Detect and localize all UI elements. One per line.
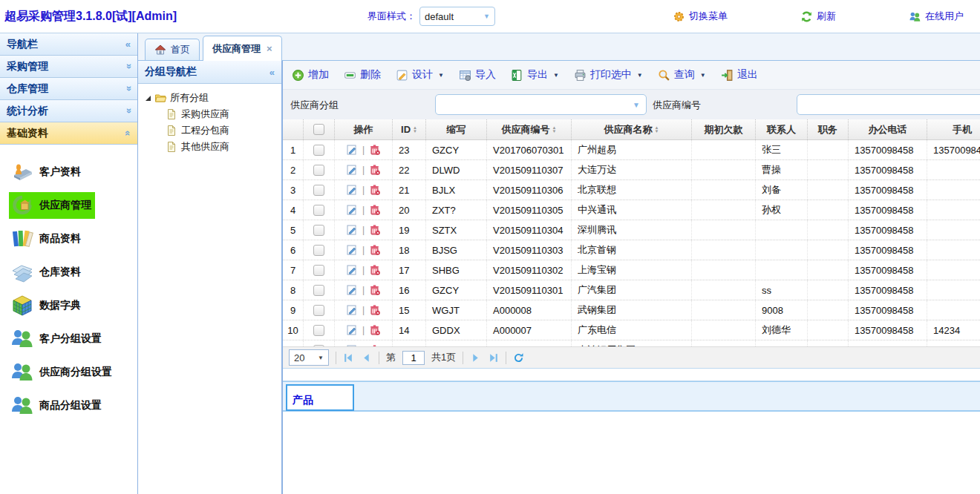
trash-icon[interactable] xyxy=(369,244,381,256)
sidebar-section-仓库管理[interactable]: 仓库管理« xyxy=(0,78,137,100)
tree-expander-icon[interactable] xyxy=(146,96,151,101)
sidebar-item-供应商分组设置[interactable]: 供应商分组设置 xyxy=(0,355,137,389)
trash-icon[interactable] xyxy=(369,144,381,156)
row-checkbox[interactable] xyxy=(313,185,324,196)
row-checkbox[interactable] xyxy=(313,225,324,236)
sort-icon[interactable]: ▲▼ xyxy=(552,126,557,134)
splitter[interactable] xyxy=(283,368,980,381)
sidebar-header[interactable]: 导航栏 « xyxy=(0,33,137,56)
column-header-label: 供应商编号 xyxy=(502,123,550,136)
row-checkbox[interactable] xyxy=(313,245,324,256)
trash-icon[interactable] xyxy=(369,324,381,336)
edit-icon[interactable] xyxy=(346,304,358,316)
chevron-down-icon[interactable]: ▼ xyxy=(700,72,706,79)
edit-icon[interactable] xyxy=(346,144,358,156)
page-size-select[interactable]: 20 ▼ xyxy=(289,349,329,366)
toolbar-button-导出[interactable]: 导出▼ xyxy=(511,68,559,82)
top-link-gear[interactable]: 切换菜单 xyxy=(673,10,728,23)
sidebar-section-采购管理[interactable]: 采购管理« xyxy=(0,56,137,78)
row-checkbox[interactable] xyxy=(313,265,324,276)
toolbar-button-查询[interactable]: 查询▼ xyxy=(658,68,706,82)
cell-operations: | xyxy=(335,280,393,300)
style-select[interactable]: default ▼ xyxy=(419,7,495,26)
toolbar-button-增加[interactable]: 增加 xyxy=(292,68,329,82)
chevron-down-icon[interactable]: ▼ xyxy=(438,72,444,79)
trash-icon[interactable] xyxy=(369,204,381,216)
collapse-left-icon[interactable]: « xyxy=(270,67,275,78)
tab-首页[interactable]: 首页 xyxy=(145,39,200,60)
supplier-group-select[interactable]: ▼ xyxy=(435,94,647,115)
cell-checkbox xyxy=(304,180,335,200)
toolbar-button-打印选中[interactable]: 打印选中▼ xyxy=(574,68,643,82)
sidebar-item-客户资料[interactable]: 客户资料 xyxy=(0,155,137,188)
edit-icon[interactable] xyxy=(346,224,358,236)
chevron-double-down-icon[interactable]: « xyxy=(122,108,134,113)
row-checkbox[interactable] xyxy=(313,145,324,156)
row-checkbox[interactable] xyxy=(313,165,324,176)
top-link-online-users[interactable]: 在线用户 xyxy=(909,10,964,23)
trash-icon[interactable] xyxy=(369,264,381,276)
chevron-double-down-icon[interactable]: « xyxy=(122,86,134,91)
trash-icon[interactable] xyxy=(369,284,381,296)
toolbar-button-退出[interactable]: 退出 xyxy=(721,68,758,82)
edit-icon[interactable] xyxy=(346,164,358,176)
collapse-left-icon[interactable]: « xyxy=(125,39,131,50)
trash-icon[interactable] xyxy=(369,304,381,316)
close-icon[interactable]: × xyxy=(267,43,272,54)
cell-abbr: DLWD xyxy=(426,160,487,180)
group-nav-header[interactable]: 分组导航栏 « xyxy=(138,61,281,84)
reload-icon[interactable] xyxy=(513,352,524,363)
chevron-double-down-icon[interactable]: « xyxy=(122,64,134,69)
toolbar-button-设计[interactable]: 设计▼ xyxy=(396,68,444,82)
group-tree: 所有分组 采购供应商工程分包商其他供应商 xyxy=(138,84,281,155)
row-checkbox[interactable] xyxy=(313,205,324,216)
cell-duty xyxy=(808,260,849,280)
sidebar-item-商品分组设置[interactable]: 商品分组设置 xyxy=(0,389,137,422)
edit-icon[interactable] xyxy=(346,264,358,276)
tab-供应商管理[interactable]: 供应商管理× xyxy=(203,36,282,61)
chevron-down-icon[interactable]: ▼ xyxy=(553,72,559,79)
sort-icon[interactable]: ▲▼ xyxy=(655,126,659,134)
next-page-button[interactable] xyxy=(470,352,481,363)
top-link-refresh[interactable]: 刷新 xyxy=(800,10,836,23)
prev-page-button[interactable] xyxy=(361,352,372,363)
trash-icon[interactable] xyxy=(369,184,381,196)
chevron-down-icon[interactable]: ▼ xyxy=(637,72,643,79)
tree-node-root[interactable]: 所有分组 xyxy=(146,90,281,106)
tab-products[interactable]: 产品 xyxy=(286,384,354,411)
toolbar-button-删除[interactable]: 删除 xyxy=(344,68,381,82)
style-area: 界面样式： default ▼ xyxy=(368,7,495,26)
edit-icon[interactable] xyxy=(346,184,358,196)
chevron-double-up-icon[interactable]: « xyxy=(122,131,134,136)
sidebar-item-商品资料[interactable]: 商品资料 xyxy=(0,222,137,255)
tree-node-采购供应商[interactable]: 采购供应商 xyxy=(146,106,281,122)
edit-icon[interactable] xyxy=(346,244,358,256)
trash-icon[interactable] xyxy=(369,224,381,236)
trash-icon[interactable] xyxy=(369,344,381,346)
cell-abbr: GZCY xyxy=(426,140,487,159)
edit-icon[interactable] xyxy=(346,204,358,216)
row-checkbox[interactable] xyxy=(313,285,324,296)
row-checkbox[interactable] xyxy=(313,345,324,347)
row-checkbox[interactable] xyxy=(313,305,324,316)
sidebar-item-数据字典[interactable]: 数据字典 xyxy=(0,289,137,322)
edit-icon[interactable] xyxy=(346,284,358,296)
page-number-input[interactable] xyxy=(402,351,425,365)
edit-icon[interactable] xyxy=(346,324,358,336)
sort-icon[interactable]: ▲▼ xyxy=(413,126,417,134)
tree-node-其他供应商[interactable]: 其他供应商 xyxy=(146,139,281,155)
trash-icon[interactable] xyxy=(369,164,381,176)
toolbar-button-导入[interactable]: 导入 xyxy=(459,68,496,82)
sidebar-item-供应商管理[interactable]: 供应商管理 xyxy=(0,188,137,222)
select-all-checkbox[interactable] xyxy=(313,124,324,135)
last-page-button[interactable] xyxy=(488,352,499,363)
sidebar-section-统计分析[interactable]: 统计分析« xyxy=(0,100,137,122)
edit-icon[interactable] xyxy=(346,344,358,346)
sidebar-item-客户分组设置[interactable]: 客户分组设置 xyxy=(0,322,137,355)
first-page-button[interactable] xyxy=(343,352,354,363)
sidebar-section-基础资料[interactable]: 基础资料« xyxy=(0,122,137,145)
tree-node-工程分包商[interactable]: 工程分包商 xyxy=(146,122,281,139)
row-checkbox[interactable] xyxy=(313,325,324,336)
sidebar-item-仓库资料[interactable]: 仓库资料 xyxy=(0,255,137,289)
supplier-code-input[interactable] xyxy=(797,94,980,115)
